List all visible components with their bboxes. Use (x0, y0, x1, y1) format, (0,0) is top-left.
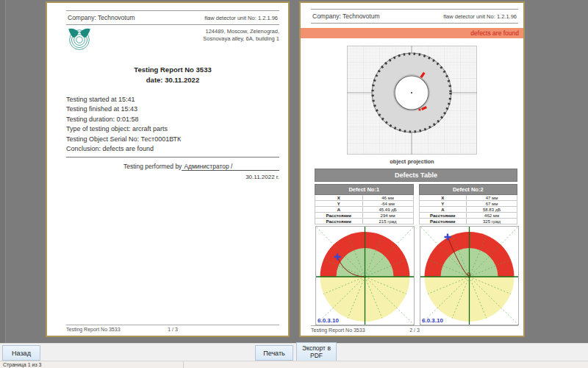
company-address: 124489, Moscow, Zelenograd, Sosnovaya al… (203, 28, 279, 53)
signature-line: Администратор / (182, 163, 279, 171)
table-row: Расстояние462 мм (419, 213, 518, 219)
gauge-version-label: 6.0.3.10 (422, 317, 443, 324)
defects-found-banner: defects are found (301, 28, 523, 38)
summary-line: Testing started at 15:41 (66, 95, 279, 105)
page-indicator: Страница 1 из 3 (0, 361, 184, 368)
page-number: 1 / 3 (137, 327, 209, 332)
status-bar: Страница 1 из 3 (0, 361, 588, 368)
summary-line: Testing finished at 15:43 (66, 105, 279, 115)
projection-caption: object projection (347, 158, 477, 165)
table-row: A45.49 дБ (315, 207, 414, 213)
summary-line: Testing duration: 0:01:58 (66, 115, 279, 125)
page1-header: Company: Technovotum flaw detector unit … (66, 10, 279, 25)
defect-1-title: Defect No:1 (315, 184, 414, 195)
table-row: Y67 мм (419, 201, 518, 207)
gauge-version-label: 6.0.3.10 (318, 317, 339, 324)
export-pdf-button[interactable]: Экспорт в PDF (296, 342, 337, 362)
report-summary: Testing started at 15:41 Testing finishe… (66, 95, 279, 155)
page2-footer: Testing Report No 3533 2 / 3 (311, 325, 518, 333)
unit-number: flaw detector unit No: 1.2.1.96 (204, 15, 278, 21)
company-name: Company: Technovotum (312, 13, 380, 20)
left-panel-edge (0, 0, 6, 343)
page-number: 2 / 3 (380, 328, 449, 333)
table-row: Расстояние325 град (419, 219, 518, 224)
page1-footer: Testing Report No 3533 1 / 3 (66, 325, 279, 332)
back-button[interactable]: Назад (2, 345, 40, 361)
defect-1-gauge: 6.0.3.10 (315, 226, 415, 325)
table-row: Y-64 мм (315, 201, 414, 207)
company-name: Company: Technovotum (68, 14, 135, 21)
defect-1-column: Defect No:1 X46 мм Y-64 мм A45.49 дБ Рас… (315, 184, 414, 325)
table-row: Расстояние294 мм (315, 213, 414, 219)
defects-table: Defects Table Defect No:1 X46 мм Y-64 мм… (315, 169, 517, 325)
unit-number: flaw detector unit No: 1.2.1.96 (443, 13, 517, 20)
summary-line: Testing Object Serial No: Тест0001ВТК (66, 135, 279, 145)
defect-2-gauge: 6.0.3.10 (419, 226, 520, 325)
signature-row: Testing performed by Администратор / (66, 163, 279, 171)
object-projection-plot (347, 46, 477, 155)
defects-table-title: Defects Table (315, 169, 517, 182)
signature-date: 30.11.2022 г. (66, 174, 279, 180)
table-row: X47 мм (419, 195, 518, 201)
defect-2-column: Defect No:2 X47 мм Y67 мм A58.83 дБ Расс… (419, 184, 518, 325)
report-page-1: Company: Technovotum flaw detector unit … (46, 1, 290, 337)
table-row: X46 мм (315, 195, 414, 201)
defect-2-title: Defect No:2 (419, 184, 518, 195)
company-logo-icon (66, 28, 93, 53)
table-row: A58.83 дБ (419, 207, 518, 213)
print-button[interactable]: Печать (255, 345, 293, 361)
divider (66, 157, 279, 158)
summary-line: Type of testing object: arcraft parts (66, 124, 279, 135)
summary-line: Conclusion: defects are found (66, 144, 279, 155)
table-row: Расстояние215 град (315, 219, 414, 224)
object-projection-figure: object projection (347, 46, 477, 165)
report-title: Testing Report No 3533 date: 30.11.2022 (66, 65, 279, 85)
report-page-2: Company: Technovotum flaw detector unit … (299, 1, 525, 337)
bottom-toolbar: Назад Печать Экспорт в PDF (0, 343, 588, 361)
page2-header: Company: Technovotum flaw detector unit … (311, 9, 518, 24)
